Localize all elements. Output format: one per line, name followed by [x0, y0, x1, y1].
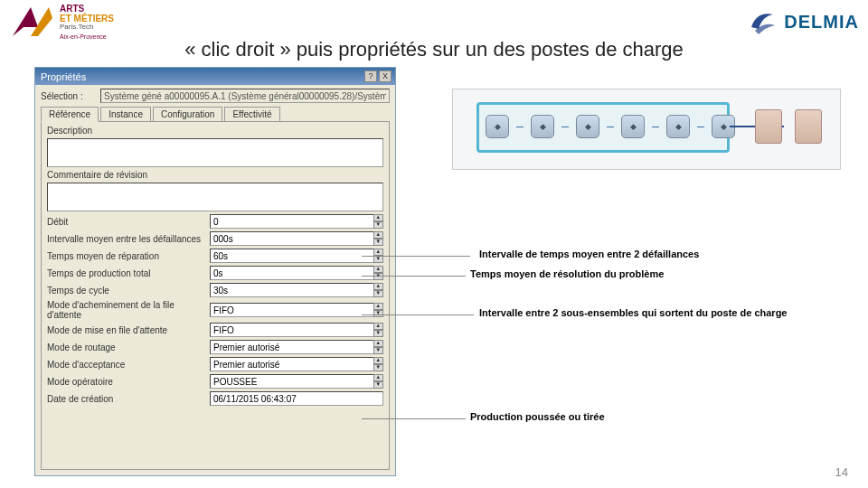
description-input[interactable]: [47, 138, 383, 167]
callout-mtbf: Intervalle de temps moyen entre 2 défail…: [479, 249, 699, 259]
spin-up-icon[interactable]: ▲: [373, 214, 383, 221]
callout-opmode: Production poussée ou tirée: [470, 411, 605, 422]
debit-label: Débit: [47, 217, 210, 227]
spin-down-icon[interactable]: ▼: [373, 256, 383, 263]
callout-mttr: Temps moyen de résolution du problème: [470, 268, 664, 279]
selection-input[interactable]: [100, 89, 390, 103]
callout-cycle: Intervalle entre 2 sous-ensembles qui so…: [479, 307, 787, 318]
accept-input[interactable]: [210, 357, 374, 371]
process-diagram: ◆ ◆ ◆ ◆ ◆ ◆: [452, 89, 841, 170]
sink-node-icon: [755, 109, 782, 144]
revcomment-label: Commentaire de révision: [47, 170, 210, 180]
process-node-icon: ◆: [666, 115, 690, 138]
spin-down-icon[interactable]: ▼: [373, 381, 383, 389]
routing-input[interactable]: [210, 340, 374, 354]
tprod-label: Temps de production total: [47, 268, 210, 278]
process-node-icon: ◆: [531, 115, 554, 138]
spin-up-icon[interactable]: ▲: [373, 249, 383, 256]
created-input[interactable]: [210, 391, 383, 406]
spin-down-icon[interactable]: ▼: [373, 290, 383, 297]
spin-up-icon[interactable]: ▲: [373, 266, 383, 273]
tab-instance[interactable]: Instance: [100, 107, 151, 121]
description-label: Description: [47, 126, 210, 136]
spin-down-icon[interactable]: ▼: [373, 347, 383, 354]
spin-up-icon[interactable]: ▲: [373, 303, 383, 310]
revcomment-input[interactable]: [47, 183, 383, 211]
qmode-input[interactable]: [210, 323, 374, 337]
debit-input[interactable]: [210, 214, 374, 229]
spin-up-icon[interactable]: ▲: [373, 357, 383, 364]
spin-down-icon[interactable]: ▼: [373, 273, 383, 280]
spin-up-icon[interactable]: ▲: [373, 231, 383, 239]
process-node-icon: ◆: [576, 115, 599, 138]
tprod-input[interactable]: [210, 266, 374, 280]
mttr-input[interactable]: [210, 249, 374, 263]
arts-metiers-logo-text: ARTS ET MÉTIERS Paris.Tech Aix-en-Proven…: [60, 4, 114, 40]
tcycle-label: Temps de cycle: [47, 286, 210, 296]
spin-up-icon[interactable]: ▲: [373, 374, 383, 381]
routing-label: Mode de routage: [47, 343, 210, 352]
window-title: Propriétés: [41, 71, 86, 82]
spin-down-icon[interactable]: ▼: [373, 310, 383, 317]
process-node-icon: ◆: [486, 115, 509, 138]
spin-down-icon[interactable]: ▼: [373, 221, 383, 229]
spin-down-icon[interactable]: ▼: [373, 330, 383, 337]
dassault-logo-icon: [746, 5, 778, 38]
arts-metiers-logo-icon: [9, 4, 54, 40]
tab-configuration[interactable]: Configuration: [153, 107, 222, 121]
opmode-label: Mode opératoire: [47, 377, 210, 387]
spin-up-icon[interactable]: ▲: [373, 323, 383, 330]
help-button[interactable]: ?: [364, 70, 377, 82]
slide-title: « clic droit » puis propriétés sur un de…: [0, 38, 868, 61]
accept-label: Mode d'acceptance: [47, 360, 210, 370]
spin-up-icon[interactable]: ▲: [373, 340, 383, 347]
mttr-label: Temps moyen de réparation: [47, 251, 210, 261]
delmia-brand: DELMIA: [784, 12, 859, 33]
close-button[interactable]: X: [379, 70, 392, 82]
sink-node-icon: [795, 109, 822, 144]
spin-down-icon[interactable]: ▼: [373, 239, 383, 246]
tab-effectivity[interactable]: Effectivité: [224, 107, 279, 121]
spin-down-icon[interactable]: ▼: [373, 364, 383, 371]
qdrain-input[interactable]: [210, 303, 374, 317]
process-node-icon: ◆: [621, 115, 645, 138]
qmode-label: Mode de mise en file d'attente: [47, 325, 210, 335]
tab-reference[interactable]: Référence: [41, 107, 99, 122]
spin-up-icon[interactable]: ▲: [373, 283, 383, 290]
page-number: 14: [835, 465, 848, 479]
created-label: Date de création: [47, 394, 210, 404]
selection-label: Sélection :: [41, 91, 97, 101]
tcycle-input[interactable]: [210, 283, 374, 297]
mtbf-label: Intervalle moyen entre les défaillances: [47, 234, 210, 244]
opmode-input[interactable]: [210, 374, 374, 389]
mtbf-input[interactable]: [210, 231, 374, 246]
qdrain-label: Mode d'acheminement de la file d'attente: [47, 300, 210, 320]
properties-window: Propriétés ? X Sélection : Référence Ins…: [34, 67, 396, 476]
